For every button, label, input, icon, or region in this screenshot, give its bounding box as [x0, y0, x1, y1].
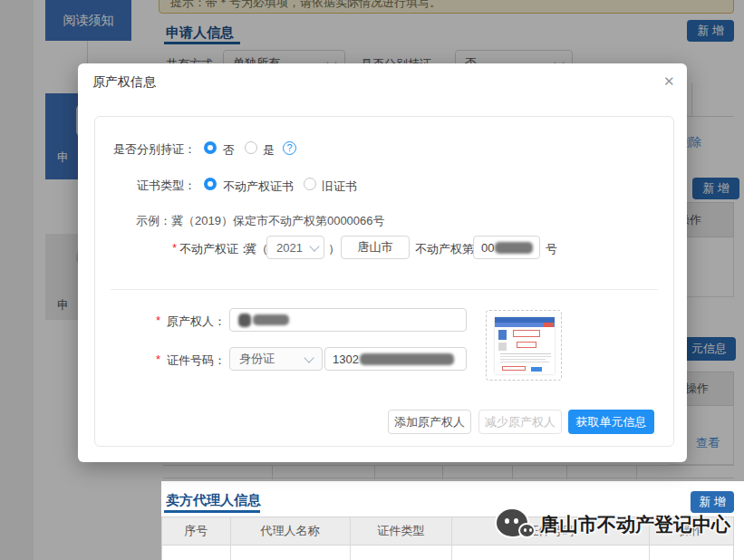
radio-new-cert-label[interactable]: 不动产权证书	[223, 179, 294, 195]
cert-type-label: 证书类型：	[105, 178, 196, 194]
cert-suffix: 号	[546, 241, 557, 257]
chevron-down-icon	[304, 352, 314, 362]
get-unit-info-button-label: 获取单元信息	[576, 414, 647, 430]
cert-province: 冀	[245, 241, 256, 257]
cert-number-prefix: 00	[481, 241, 494, 255]
cert-year-select[interactable]: 2021	[266, 236, 324, 259]
section-divider	[111, 289, 658, 290]
owner-label: 原产权人：	[167, 314, 226, 330]
original-property-modal: 原产权信息 是否分别持证： 否 是 证书类型： 不动产权证书 旧证书 示例：冀（…	[78, 63, 687, 462]
watermark: 唐山市不动产登记中心	[497, 507, 738, 546]
add-owner-button[interactable]: 添加原产权人	[388, 410, 471, 434]
close-icon[interactable]	[663, 73, 675, 90]
id-number-prefix: 1302	[333, 352, 359, 366]
radio-new-cert-selected[interactable]	[204, 178, 217, 190]
required-mark: *	[156, 314, 160, 327]
agent-col-seq: 序号	[162, 517, 231, 545]
id-label: 证件号码：	[167, 352, 226, 369]
radio-yes-label[interactable]: 是	[263, 142, 275, 159]
thumb-page	[495, 317, 555, 374]
help-icon[interactable]	[283, 141, 296, 155]
tab-seller-agent-info[interactable]: 卖方代理人信息	[166, 492, 261, 509]
cert-year-value: 2021	[276, 241, 303, 255]
required-mark: *	[156, 352, 160, 366]
modal-title: 原产权信息	[92, 74, 156, 91]
modal-fieldset	[94, 116, 674, 447]
redacted-cert-number	[495, 242, 533, 254]
agent-col-cert-type: 证件类型	[351, 517, 452, 545]
id-number-input[interactable]: 1302	[324, 347, 467, 371]
certificate-preview-thumbnail[interactable]	[486, 310, 562, 381]
separate-cert-modal-label: 是否分别持证：	[105, 141, 196, 158]
remove-owner-button[interactable]: 减少原产权人	[478, 410, 562, 434]
owner-input[interactable]	[229, 308, 467, 332]
watermark-text: 唐山市不动产登记中心	[540, 512, 730, 537]
redacted-owner-name	[253, 314, 289, 325]
cert-city-input[interactable]: 唐山市	[341, 236, 410, 259]
required-mark: *	[172, 241, 177, 255]
cert-no-label: 不动产权证：	[179, 241, 250, 257]
tab-seller-agent-underline	[164, 510, 260, 513]
radio-yes[interactable]	[245, 141, 257, 154]
get-unit-info-button[interactable]: 获取单元信息	[568, 410, 654, 434]
radio-old-cert[interactable]	[304, 178, 316, 190]
redacted-id-number	[360, 353, 454, 365]
radio-no-selected[interactable]	[204, 141, 217, 154]
agent-col-name: 代理人名称	[231, 517, 351, 545]
radio-no-label[interactable]: 否	[223, 142, 235, 159]
remove-owner-button-label: 减少原产权人	[485, 414, 556, 430]
cert-mid-label: 不动产权第	[415, 241, 474, 257]
cert-number-input[interactable]: 00	[473, 236, 540, 259]
redacted-owner-name	[238, 314, 251, 327]
id-type-select[interactable]: 身份证	[229, 347, 323, 371]
example-text: 示例：冀（2019）保定市不动产权第0000066号	[136, 213, 385, 229]
paren-close: ）	[328, 241, 340, 257]
add-owner-button-label: 添加原产权人	[394, 414, 465, 430]
modal-mask-left	[0, 481, 161, 560]
chevron-down-icon	[309, 241, 319, 251]
cert-city-value: 唐山市	[358, 239, 393, 256]
radio-old-cert-label[interactable]: 旧证书	[322, 179, 357, 195]
id-type-value: 身份证	[239, 351, 275, 367]
agent-table-empty-row	[162, 546, 733, 560]
wechat-icon	[497, 507, 536, 542]
app-screen: 阅读须知 申 申 提示：带＊号为必填项，请依据实际情况进行填写。 新 增 申请人…	[0, 0, 744, 560]
